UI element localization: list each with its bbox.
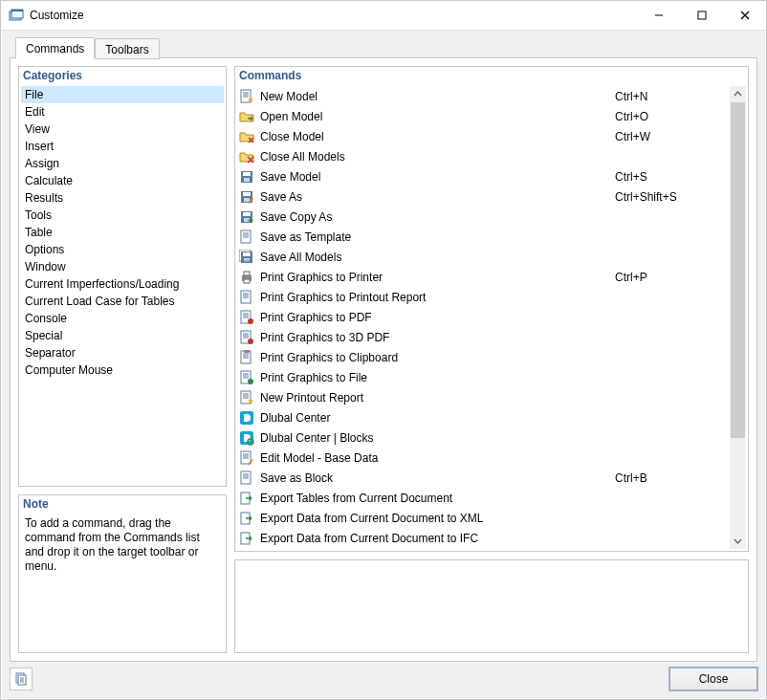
commands-group: Commands New ModelCtrl+NOpen ModelCtrl+O… bbox=[234, 66, 749, 552]
command-row[interactable]: Save as BlockCtrl+B bbox=[237, 468, 730, 488]
save-copy-icon bbox=[239, 209, 254, 225]
command-label: Open Model bbox=[260, 110, 615, 123]
category-item[interactable]: Current Imperfections/Loading bbox=[21, 275, 224, 293]
category-item[interactable]: Calculate bbox=[21, 172, 224, 189]
command-row[interactable]: Save Copy As bbox=[237, 207, 730, 227]
print-clipboard-icon bbox=[239, 350, 254, 365]
svg-rect-11 bbox=[244, 350, 250, 353]
open-model-icon bbox=[239, 109, 254, 124]
titlebar: Customize bbox=[1, 1, 766, 31]
command-row[interactable]: Dlubal Center | Blocks bbox=[237, 427, 730, 448]
command-row[interactable]: Edit Model - Base Data bbox=[237, 448, 730, 468]
commands-scroll-area: New ModelCtrl+NOpen ModelCtrl+OClose Mod… bbox=[237, 86, 746, 549]
command-row[interactable]: Print Graphics to Clipboard bbox=[237, 347, 730, 367]
tab-commands[interactable]: Commands bbox=[15, 37, 95, 59]
dlubal-blocks-icon bbox=[239, 430, 254, 446]
preview-area bbox=[234, 559, 749, 653]
print-report-icon bbox=[239, 290, 254, 305]
print-3dpdf-icon bbox=[239, 330, 254, 345]
command-row[interactable]: Export Tables from Current Document bbox=[237, 488, 730, 508]
category-item[interactable]: Results bbox=[21, 189, 224, 207]
maximize-button[interactable] bbox=[680, 1, 723, 30]
command-row[interactable]: Print Graphics to Printout Report bbox=[237, 287, 730, 307]
svg-rect-4 bbox=[698, 11, 706, 19]
export-tables-icon bbox=[239, 491, 254, 506]
command-shortcut: Ctrl+O bbox=[615, 110, 730, 123]
category-item[interactable]: Options bbox=[21, 241, 224, 258]
command-row[interactable]: Export Data from Current Document to XML bbox=[237, 508, 730, 528]
category-item[interactable]: File bbox=[21, 86, 224, 103]
window-close-button[interactable] bbox=[723, 1, 766, 30]
command-row[interactable]: Open ModelCtrl+O bbox=[237, 106, 730, 126]
command-label: New Printout Report bbox=[260, 391, 615, 405]
minimize-button[interactable] bbox=[637, 1, 680, 30]
scroll-down-button[interactable] bbox=[730, 533, 746, 549]
category-item[interactable]: Assign bbox=[21, 155, 224, 172]
category-item[interactable]: Insert bbox=[21, 138, 224, 155]
window-title: Customize bbox=[30, 9, 637, 22]
edit-basedata-icon bbox=[239, 450, 254, 466]
category-item[interactable]: Special bbox=[21, 327, 224, 344]
command-row[interactable]: Save as Template bbox=[237, 227, 730, 247]
command-label: Dlubal Center bbox=[260, 411, 615, 425]
command-label: New Model bbox=[260, 90, 615, 103]
print-icon bbox=[239, 270, 254, 285]
command-row[interactable]: Close All Models bbox=[237, 146, 730, 166]
category-item[interactable]: Separator bbox=[21, 344, 224, 361]
command-row[interactable]: New Printout Report bbox=[237, 387, 730, 407]
copy-layout-button[interactable] bbox=[10, 667, 33, 690]
commands-list[interactable]: New ModelCtrl+NOpen ModelCtrl+OClose Mod… bbox=[237, 86, 730, 549]
svg-point-10 bbox=[248, 339, 253, 344]
export-ifc-icon bbox=[239, 531, 254, 546]
command-label: Export Data from Current Document to XML bbox=[260, 512, 615, 525]
category-item[interactable]: Table bbox=[21, 224, 224, 241]
svg-point-12 bbox=[248, 379, 253, 384]
commands-title: Commands bbox=[235, 67, 748, 86]
categories-list[interactable]: FileEditViewInsertAssignCalculateResults… bbox=[21, 86, 224, 484]
category-item[interactable]: Console bbox=[21, 310, 224, 327]
command-shortcut: Ctrl+B bbox=[615, 471, 730, 485]
categories-title: Categories bbox=[19, 67, 226, 86]
command-label: Close Model bbox=[260, 130, 615, 143]
command-row[interactable]: Save ModelCtrl+S bbox=[237, 166, 730, 186]
category-item[interactable]: Window bbox=[21, 258, 224, 275]
app-icon bbox=[9, 8, 24, 23]
command-row[interactable]: Close ModelCtrl+W bbox=[237, 126, 730, 146]
close-button[interactable]: Close bbox=[669, 667, 757, 690]
command-row[interactable]: Print Graphics to 3D PDF bbox=[237, 327, 730, 347]
category-item[interactable]: View bbox=[21, 120, 224, 138]
command-shortcut: Ctrl+N bbox=[615, 90, 730, 103]
dialog-body: Commands Toolbars Categories FileEditVie… bbox=[2, 31, 765, 698]
command-row[interactable]: Save All Models bbox=[237, 247, 730, 267]
category-item[interactable]: Tools bbox=[21, 207, 224, 224]
close-all-icon bbox=[239, 149, 254, 164]
category-item[interactable]: Current Load Case for Tables bbox=[21, 293, 224, 310]
save-icon bbox=[239, 169, 254, 185]
command-row[interactable]: Print Graphics to PDF bbox=[237, 307, 730, 327]
vertical-scrollbar[interactable] bbox=[730, 86, 746, 549]
scroll-up-button[interactable] bbox=[730, 86, 746, 102]
save-all-icon bbox=[239, 250, 254, 265]
command-row[interactable]: Print Graphics to PrinterCtrl+P bbox=[237, 267, 730, 287]
command-row[interactable]: New ModelCtrl+N bbox=[237, 86, 730, 106]
scrollbar-thumb[interactable] bbox=[731, 102, 745, 438]
tab-toolbars[interactable]: Toolbars bbox=[95, 38, 159, 59]
command-row[interactable]: Save AsCtrl+Shift+S bbox=[237, 186, 730, 207]
scrollbar-track[interactable] bbox=[730, 102, 746, 533]
dialog-footer: Close bbox=[10, 667, 757, 692]
new-printout-icon bbox=[239, 390, 254, 405]
note-title: Note bbox=[19, 495, 226, 514]
category-item[interactable]: Edit bbox=[21, 103, 224, 120]
command-shortcut: Ctrl+P bbox=[615, 271, 730, 284]
command-row[interactable]: Print Graphics to File bbox=[237, 367, 730, 387]
tabstrip: Commands Toolbars bbox=[15, 37, 160, 59]
command-label: Save as Template bbox=[260, 230, 615, 244]
command-label: Export Tables from Current Document bbox=[260, 492, 615, 505]
save-template-icon bbox=[239, 230, 254, 245]
close-model-icon bbox=[239, 129, 254, 144]
category-item[interactable]: Computer Mouse bbox=[21, 361, 224, 379]
command-label: Save As bbox=[260, 190, 615, 204]
command-row[interactable]: Dlubal Center bbox=[237, 407, 730, 427]
command-shortcut: Ctrl+S bbox=[615, 170, 730, 184]
command-row[interactable]: Export Data from Current Document to IFC bbox=[237, 528, 730, 548]
